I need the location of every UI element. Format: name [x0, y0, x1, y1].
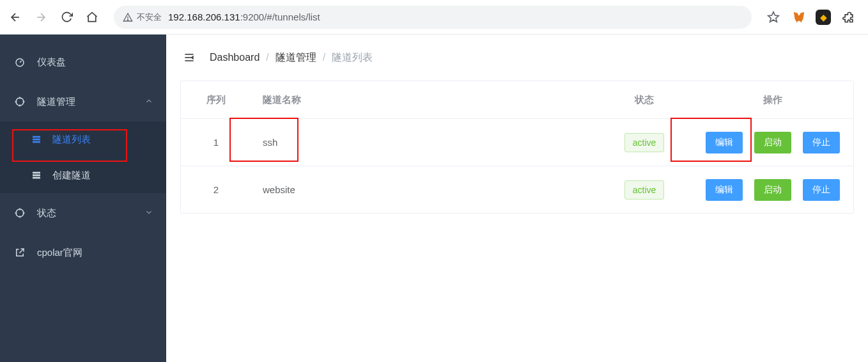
svg-point-2 — [16, 98, 24, 106]
sidebar-item-label: 状态 — [37, 207, 56, 219]
metamask-extension-icon[interactable] — [791, 10, 807, 25]
svg-rect-4 — [33, 139, 40, 141]
start-button[interactable]: 启动 — [754, 179, 791, 201]
th-actions: 操作 — [692, 94, 853, 106]
cell-index: 2 — [181, 184, 251, 195]
table-row: 1 ssh active 编辑 启动 停止 — [181, 118, 853, 166]
th-index: 序列 — [181, 94, 251, 106]
table-row: 2 website active 编辑 启动 停止 — [181, 166, 853, 213]
topbar: Dashboard / 隧道管理 / 隧道列表 — [166, 35, 868, 81]
svg-rect-7 — [33, 175, 40, 177]
cell-status: active — [596, 133, 692, 152]
url-text: 192.168.206.131:9200/#/tunnels/list — [168, 12, 743, 22]
address-bar[interactable]: 不安全 192.168.206.131:9200/#/tunnels/list — [114, 6, 752, 29]
cell-status: active — [596, 180, 692, 200]
sidebar-item-dashboard[interactable]: 仪表盘 — [0, 42, 166, 82]
app-root: 仪表盘 隧道管理 隧道列表 创建隧道 — [0, 35, 868, 362]
edit-button[interactable]: 编辑 — [706, 132, 743, 153]
edit-button[interactable]: 编辑 — [706, 179, 743, 201]
cell-name: website — [251, 184, 596, 195]
sidebar-item-tunnel-mgmt[interactable]: 隧道管理 — [0, 82, 166, 122]
gauge-icon — [13, 55, 27, 69]
sidebar-item-label: 创建隧道 — [52, 169, 91, 182]
cell-actions: 编辑 启动 停止 — [692, 179, 853, 201]
sidebar-item-label: 隧道列表 — [52, 134, 91, 146]
chevron-up-icon — [144, 97, 153, 107]
stop-button[interactable]: 停止 — [803, 132, 840, 153]
tunnels-table: 序列 隧道名称 状态 操作 1 ssh active 编辑 启动 停止 — [180, 81, 854, 214]
sidebar-item-label: 隧道管理 — [37, 96, 75, 108]
crosshair-icon — [13, 206, 27, 220]
sidebar-item-tunnel-list[interactable]: 隧道列表 — [0, 122, 166, 157]
th-name: 隧道名称 — [251, 94, 596, 106]
sidebar-item-tunnel-create[interactable]: 创建隧道 — [0, 157, 166, 193]
status-badge: active — [624, 180, 665, 200]
bookmark-star-icon[interactable] — [764, 8, 782, 26]
sidebar-item-status[interactable]: 状态 — [0, 193, 166, 233]
back-button[interactable] — [6, 8, 24, 26]
extensions-puzzle-icon[interactable] — [840, 8, 858, 26]
sidebar-item-label: cpolar官网 — [37, 247, 82, 259]
svg-rect-5 — [33, 141, 40, 143]
cell-actions: 编辑 启动 停止 — [692, 132, 853, 153]
sidebar-item-label: 仪表盘 — [37, 56, 66, 68]
content: 序列 隧道名称 状态 操作 1 ssh active 编辑 启动 停止 — [166, 81, 868, 230]
crosshair-icon — [13, 95, 27, 109]
breadcrumb-dashboard[interactable]: Dashboard — [210, 52, 260, 63]
extension-cube-icon[interactable]: ◆ — [816, 10, 831, 25]
external-link-icon — [13, 246, 27, 260]
menu-toggle-icon[interactable] — [182, 50, 197, 65]
breadcrumb-current: 隧道列表 — [332, 51, 373, 65]
breadcrumb-sep: / — [266, 52, 268, 63]
browser-toolbar: 不安全 192.168.206.131:9200/#/tunnels/list … — [0, 0, 868, 35]
start-button[interactable]: 启动 — [754, 132, 791, 153]
status-badge: active — [624, 133, 665, 152]
svg-rect-3 — [33, 136, 40, 138]
svg-rect-8 — [33, 177, 40, 179]
grid-icon — [29, 168, 43, 182]
reload-button[interactable] — [58, 8, 75, 26]
insecure-indicator[interactable]: 不安全 — [123, 12, 162, 23]
insecure-label: 不安全 — [137, 12, 162, 23]
breadcrumb: Dashboard / 隧道管理 / 隧道列表 — [210, 51, 373, 65]
grid-icon — [29, 132, 43, 146]
svg-rect-6 — [33, 172, 40, 174]
main-area: Dashboard / 隧道管理 / 隧道列表 序列 隧道名称 状态 操作 1 … — [166, 35, 868, 362]
svg-point-9 — [16, 209, 24, 217]
sidebar-item-cpolar-site[interactable]: cpolar官网 — [0, 233, 166, 272]
table-header: 序列 隧道名称 状态 操作 — [181, 81, 853, 118]
home-button[interactable] — [83, 8, 101, 26]
chevron-down-icon — [144, 208, 153, 219]
th-status: 状态 — [596, 94, 692, 106]
cell-name: ssh — [251, 137, 596, 148]
stop-button[interactable]: 停止 — [803, 179, 840, 201]
sidebar: 仪表盘 隧道管理 隧道列表 创建隧道 — [0, 35, 166, 362]
forward-button[interactable] — [32, 8, 50, 26]
cell-index: 1 — [181, 137, 251, 148]
breadcrumb-sep: / — [323, 52, 325, 63]
svg-point-0 — [127, 19, 128, 20]
breadcrumb-tunnel-mgmt[interactable]: 隧道管理 — [275, 51, 316, 65]
